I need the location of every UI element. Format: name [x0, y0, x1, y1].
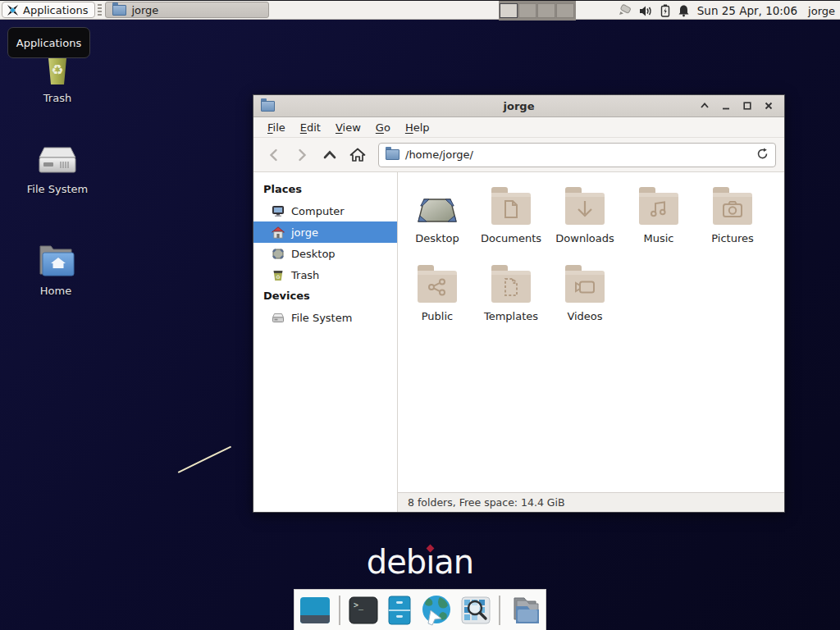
sidebar-item-label: jorge	[291, 226, 318, 239]
sidebar-item-label: Desktop	[291, 248, 336, 260]
file-label: Videos	[567, 310, 602, 322]
applications-tooltip-text: Applications	[16, 37, 81, 49]
statusbar-text: 8 folders, Free space: 14.4 GiB	[408, 496, 565, 509]
reload-button[interactable]	[756, 148, 769, 162]
file-label: Templates	[484, 310, 538, 322]
file-item-music[interactable]: Music	[622, 184, 696, 262]
home-label: Home	[15, 285, 97, 297]
panel-clock[interactable]: Sun 25 Apr, 10:06	[697, 4, 797, 17]
documents-folder-icon	[491, 193, 531, 225]
workspace-3[interactable]	[537, 3, 555, 18]
file-grid: Desktop Documents	[398, 172, 784, 492]
desktop-pad-icon	[416, 184, 459, 225]
folder-icon	[112, 5, 126, 16]
hard-drive-icon	[16, 141, 98, 179]
sidebar-devices-header: Devices	[253, 285, 397, 307]
up-button[interactable]	[317, 143, 342, 167]
path-folder-icon	[386, 149, 399, 160]
debian-logo-text: an	[434, 543, 473, 581]
app-finder-dock-icon[interactable]	[460, 595, 491, 626]
applications-menu-label: Applications	[23, 4, 88, 16]
desktop-icon-filesystem[interactable]: File System	[16, 141, 98, 195]
maximize-window-button[interactable]	[742, 100, 753, 112]
file-label: Desktop	[415, 232, 459, 244]
trash-can-icon: ♻	[272, 269, 285, 281]
file-item-templates[interactable]: Templates	[474, 262, 548, 340]
battery-charging-tray-icon[interactable]	[660, 4, 670, 17]
bottom-dock: >_	[294, 589, 546, 630]
public-folder-icon	[418, 271, 457, 303]
svg-text:♻: ♻	[276, 273, 281, 280]
file-item-public[interactable]: Public	[400, 262, 474, 340]
workspace-2[interactable]	[518, 3, 536, 18]
file-label: Public	[422, 310, 453, 322]
svg-text:♻: ♻	[51, 62, 63, 78]
file-manager-window: jorge File Edit View Go Help	[253, 94, 785, 513]
panel-username[interactable]: jorge	[808, 5, 835, 17]
menubar: File Edit View Go Help	[253, 117, 784, 138]
file-item-desktop[interactable]: Desktop	[400, 184, 474, 262]
workspace-4[interactable]	[556, 3, 574, 18]
debian-logo: debıan	[0, 543, 840, 581]
hard-drive-icon	[272, 312, 285, 324]
music-folder-icon	[639, 193, 678, 225]
menu-edit[interactable]: Edit	[293, 119, 328, 136]
file-label: Documents	[481, 232, 541, 244]
taskbar-window-label: jorge	[131, 4, 158, 16]
applications-tooltip: Applications	[7, 27, 90, 58]
sidebar-item-jorge[interactable]: jorge	[253, 221, 397, 243]
xfce-applications-icon	[7, 4, 19, 16]
file-item-pictures[interactable]: Pictures	[696, 184, 769, 262]
volume-tray-icon[interactable]	[639, 5, 653, 17]
minimize-window-button[interactable]	[720, 100, 732, 112]
taskbar-window-button[interactable]: jorge	[105, 2, 269, 18]
home-button[interactable]	[345, 143, 370, 167]
menu-go[interactable]: Go	[368, 119, 398, 136]
file-label: Pictures	[711, 232, 753, 244]
sidebar-item-trash[interactable]: ♻ Trash	[253, 264, 397, 285]
path-text[interactable]: /home/jorge/	[405, 148, 751, 161]
dock-separator	[499, 596, 500, 625]
desktop-pad-icon	[272, 248, 285, 260]
pen-tray-icon[interactable]	[617, 4, 632, 17]
menu-file[interactable]: File	[260, 119, 293, 136]
shade-window-button[interactable]	[699, 100, 710, 112]
workspace-1[interactable]	[500, 3, 518, 18]
file-label: Downloads	[555, 232, 614, 244]
terminal-dock-icon[interactable]: >_	[348, 596, 379, 625]
path-bar[interactable]: /home/jorge/	[378, 143, 776, 167]
workspace-switcher[interactable]	[499, 1, 576, 21]
debian-logo-i: ı	[426, 543, 434, 581]
desktop-stray-line	[178, 446, 232, 473]
sidebar-item-desktop[interactable]: Desktop	[253, 243, 397, 264]
file-item-downloads[interactable]: Downloads	[548, 184, 622, 262]
top-panel: Applications jorge	[0, 0, 840, 20]
panel-grip	[98, 4, 102, 16]
menu-help[interactable]: Help	[398, 119, 437, 136]
sidebar: Places Computer jorge	[253, 172, 398, 512]
show-desktop-dock-icon[interactable]	[299, 596, 331, 625]
window-titlebar[interactable]: jorge	[253, 95, 784, 117]
trash-label: Trash	[16, 92, 98, 104]
sidebar-item-computer[interactable]: Computer	[253, 200, 397, 221]
file-label: Music	[644, 232, 674, 244]
applications-menu-button[interactable]: Applications	[2, 2, 95, 18]
web-browser-dock-icon[interactable]	[420, 594, 453, 627]
sidebar-item-filesystem[interactable]: File System	[253, 307, 397, 328]
computer-icon	[272, 205, 285, 217]
notifications-bell-tray-icon[interactable]	[678, 4, 690, 17]
file-item-videos[interactable]: Videos	[548, 262, 622, 340]
downloads-folder-icon	[565, 193, 605, 225]
pictures-folder-icon	[713, 193, 752, 225]
back-button[interactable]	[262, 143, 286, 167]
sidebar-places-header: Places	[253, 179, 397, 200]
close-window-button[interactable]	[763, 100, 774, 112]
menu-view[interactable]: View	[328, 119, 368, 136]
forward-button[interactable]	[290, 143, 314, 167]
templates-folder-icon	[491, 271, 531, 303]
file-manager-dock-icon[interactable]	[508, 595, 542, 626]
file-cabinet-dock-icon[interactable]	[386, 595, 413, 626]
file-item-documents[interactable]: Documents	[474, 184, 548, 262]
sidebar-item-label: File System	[291, 312, 352, 324]
desktop-icon-home[interactable]: Home	[15, 241, 97, 297]
